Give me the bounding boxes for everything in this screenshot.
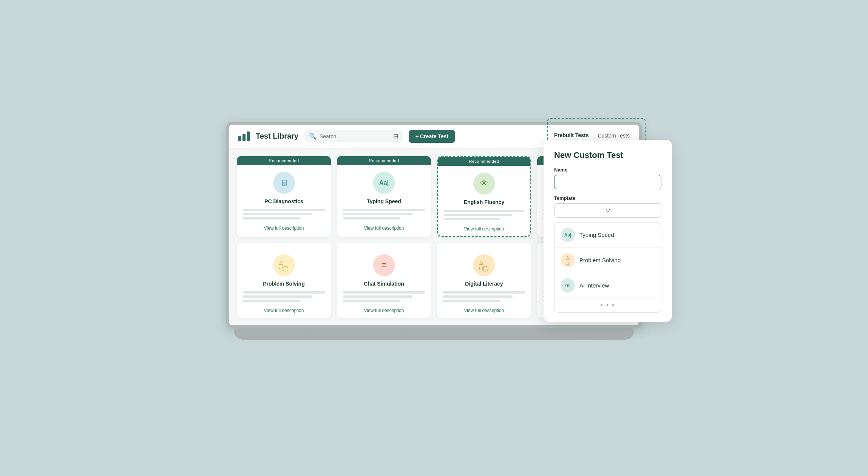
card-chat-simulation[interactable]: ≡ Chat Simulation View full description: [337, 243, 431, 318]
card-header-recommended: Recommended: [337, 156, 431, 165]
logo-bar-2: [242, 134, 246, 141]
dropdown-item-problem-solving[interactable]: △□ Problem Solving: [554, 248, 661, 273]
card-title-problem-solving: Problem Solving: [263, 281, 304, 287]
card-view-link[interactable]: View full description: [364, 226, 404, 231]
tab-prebuilt-tests[interactable]: Prebuilt Tests: [554, 132, 589, 141]
card-header-recommended: Recommended: [237, 156, 331, 165]
line: [243, 291, 325, 294]
card-description-lines: [243, 291, 325, 302]
logo-bar-3: [247, 131, 250, 141]
line: [443, 291, 525, 294]
card-body: ≡ Chat Simulation View full description: [337, 247, 431, 318]
dropdown-icon-typing: Aa|: [561, 228, 575, 242]
dropdown-icon-ai: 👁: [561, 278, 575, 293]
card-view-link[interactable]: View full description: [264, 226, 304, 231]
card-view-link[interactable]: View full description: [464, 226, 504, 232]
name-input[interactable]: [554, 175, 661, 189]
card-title-pc-diagnostics: PC Diagnostics: [264, 198, 303, 204]
panel-title: New Custom Test: [554, 150, 661, 160]
card-description-lines: [444, 210, 524, 220]
nav-tabs: Prebuilt Tests Custom Tests: [554, 132, 630, 141]
card-icon-monitor: 🖥: [273, 172, 295, 194]
card-pc-diagnostics[interactable]: Recommended 🖥 PC Diagnostics View full d…: [237, 156, 331, 237]
line: [343, 209, 425, 211]
card-icon-eye: 👁: [473, 173, 495, 195]
line: [444, 218, 500, 220]
card-description-lines: [243, 209, 325, 219]
card-body: △□◯ Problem Solving View full descriptio…: [237, 247, 331, 318]
card-view-link[interactable]: View full description: [264, 308, 304, 313]
card-header-empty: [437, 243, 531, 247]
card-body: 🖥 PC Diagnostics View full description: [237, 165, 331, 235]
card-body: 👁 English Fluency View full description: [438, 166, 530, 236]
chevron-down-icon: ▽: [606, 207, 610, 213]
card-body: △□◯ Digital Literacy View full descripti…: [437, 247, 531, 318]
card-title-english-fluency: English Fluency: [464, 199, 504, 205]
tab-custom-tests[interactable]: Custom Tests: [598, 133, 630, 140]
card-icon-chat: ≡: [373, 254, 395, 276]
line: [243, 300, 300, 302]
page-title: Test Library: [256, 132, 298, 141]
card-english-fluency[interactable]: Recommended 👁 English Fluency View full …: [437, 156, 531, 237]
card-description-lines: [343, 291, 425, 302]
laptop-base: [234, 328, 634, 340]
more-items-indicator: • • •: [554, 298, 661, 312]
filter-button[interactable]: ⊟: [393, 133, 398, 140]
dropdown-item-typing-speed[interactable]: Aa| Typing Speed: [554, 223, 661, 248]
line: [444, 214, 512, 216]
line: [243, 209, 325, 211]
card-title-typing-speed: Typing Speed: [367, 198, 401, 204]
line: [343, 213, 412, 215]
template-select[interactable]: ▽: [554, 203, 661, 218]
line: [243, 217, 300, 219]
line: [343, 295, 412, 298]
line: [343, 217, 400, 219]
card-typing-speed[interactable]: Recommended Aa| Typing Speed View full d…: [337, 156, 431, 237]
name-label: Name: [554, 167, 661, 173]
line: [343, 300, 400, 302]
custom-test-panel: New Custom Test Name Template ▽ Aa| Typi…: [544, 140, 672, 322]
card-problem-solving[interactable]: △□◯ Problem Solving View full descriptio…: [237, 243, 331, 318]
dropdown-icon-problem: △□: [561, 253, 575, 267]
dropdown-item-ai-interview[interactable]: 👁 AI Interview: [554, 273, 661, 298]
template-label: Template: [554, 195, 661, 201]
create-test-button[interactable]: + Create Test: [409, 130, 455, 143]
line: [443, 300, 500, 302]
card-header-recommended: Recommended: [438, 157, 530, 166]
line: [243, 295, 312, 298]
card-description-lines: [343, 209, 425, 219]
card-title-chat-simulation: Chat Simulation: [364, 281, 404, 287]
card-icon-digital: △□◯: [473, 254, 495, 276]
main-scene: Test Library 🔍 ⊟ + Create Test Prebuilt …: [226, 122, 642, 355]
line: [243, 213, 312, 215]
line: [343, 291, 425, 294]
search-icon: 🔍: [309, 133, 317, 140]
dropdown-label: Problem Solving: [579, 257, 621, 263]
card-digital-literacy[interactable]: △□◯ Digital Literacy View full descripti…: [437, 243, 531, 318]
card-description-lines: [443, 291, 525, 302]
dropdown-label: Typing Speed: [579, 232, 614, 238]
dropdown-label: AI Interview: [579, 282, 609, 289]
search-input[interactable]: [320, 133, 390, 139]
card-view-link[interactable]: View full description: [464, 308, 504, 313]
card-body: Aa| Typing Speed View full description: [337, 165, 431, 235]
card-icon-typing: Aa|: [373, 172, 395, 194]
card-header-empty: [337, 243, 431, 247]
app-logo: [238, 131, 250, 141]
line: [444, 210, 524, 212]
card-header-empty: [237, 243, 331, 247]
card-title-digital-literacy: Digital Literacy: [465, 281, 503, 287]
card-view-link[interactable]: View full description: [364, 308, 404, 313]
card-icon-problem-solving: △□◯: [273, 254, 295, 276]
logo-bar-1: [238, 136, 241, 141]
template-dropdown: Aa| Typing Speed △□ Problem Solving 👁 AI…: [554, 222, 661, 313]
search-container[interactable]: 🔍 ⊟: [304, 130, 403, 142]
line: [443, 295, 513, 298]
